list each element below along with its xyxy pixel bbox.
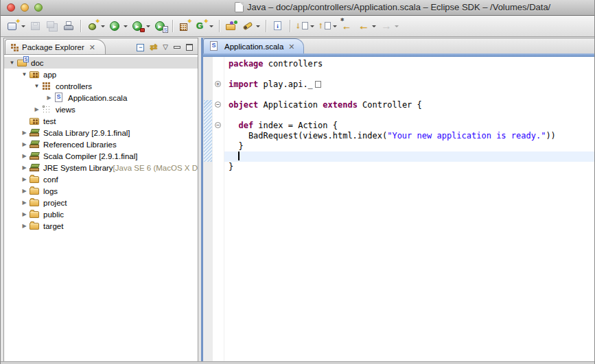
save-button[interactable] xyxy=(27,18,44,34)
dropdown-arrow-icon[interactable] xyxy=(395,25,399,29)
expanded-arrow-icon[interactable]: ▼ xyxy=(8,60,16,66)
fold-collapse-icon[interactable]: − xyxy=(215,101,221,108)
new-class-button[interactable] xyxy=(193,18,215,34)
dropdown-arrow-icon[interactable] xyxy=(333,25,337,29)
show-source-info-button[interactable] xyxy=(270,18,286,34)
dropdown-arrow-icon[interactable] xyxy=(372,25,376,29)
code-line-9[interactable]: } xyxy=(224,141,594,151)
tree-item-logs[interactable]: ▶logs xyxy=(4,185,198,197)
collapsed-arrow-icon[interactable]: ▶ xyxy=(20,130,29,136)
tree-item-views[interactable]: ▶views xyxy=(4,104,198,115)
library-icon xyxy=(29,162,40,173)
tree-item-application-scala[interactable]: ▶Application.scala xyxy=(4,92,198,104)
code-line-7[interactable]: def index = Action { xyxy=(224,121,594,131)
collapsed-arrow-icon[interactable]: ▶ xyxy=(20,153,29,159)
search-button[interactable] xyxy=(240,18,262,34)
dropdown-arrow-icon[interactable] xyxy=(21,25,25,29)
code-line-4[interactable] xyxy=(224,90,594,100)
run-scala-application-icon xyxy=(154,20,167,32)
run-external-tools-button[interactable] xyxy=(130,18,152,34)
tree-item-label: conf xyxy=(43,175,58,184)
tree-item-test[interactable]: test xyxy=(4,115,198,127)
new-package-button[interactable] xyxy=(176,18,193,34)
link-with-editor-icon[interactable]: ⇄ xyxy=(150,43,157,51)
toolbar-separator xyxy=(219,20,220,32)
fold-expand-icon[interactable]: + xyxy=(215,81,221,87)
code-line-2[interactable] xyxy=(224,69,594,80)
collapsed-arrow-icon[interactable]: ▶ xyxy=(20,211,29,217)
code-line-6[interactable] xyxy=(224,110,594,121)
editor-tab-application-scala[interactable]: Application.scala ✕ xyxy=(203,38,304,53)
run-scala-application-button[interactable] xyxy=(152,18,169,34)
collapsed-arrow-icon[interactable]: ▶ xyxy=(20,223,29,229)
collapsed-arrow-icon[interactable]: ▶ xyxy=(20,199,29,206)
debug-button[interactable] xyxy=(84,18,107,34)
dropdown-arrow-icon[interactable] xyxy=(101,25,105,29)
zoom-window-button[interactable] xyxy=(34,3,43,12)
collapsed-arrow-icon[interactable]: ▶ xyxy=(45,95,54,101)
code-line-10[interactable] xyxy=(224,151,594,162)
close-view-icon[interactable]: ✕ xyxy=(89,44,95,51)
expanded-arrow-icon[interactable]: ▼ xyxy=(20,71,29,77)
keyword-token: object xyxy=(229,100,258,110)
code-line-8[interactable]: BadRequest(views.html.index("Your new ap… xyxy=(224,131,594,141)
save-all-button[interactable] xyxy=(44,18,60,34)
folder-icon xyxy=(29,186,40,196)
expanded-arrow-icon[interactable]: ▼ xyxy=(32,83,41,89)
collapsed-arrow-icon[interactable]: ▶ xyxy=(32,106,41,112)
minimize-window-button[interactable] xyxy=(21,3,29,12)
collapsed-region-icon[interactable] xyxy=(315,81,321,88)
forward-button[interactable] xyxy=(378,18,401,34)
tree-item-scala-compiler-2-9-1-final[interactable]: ▶Scala Compiler [2.9.1.final] xyxy=(4,150,198,162)
tree-item-project[interactable]: ▶project xyxy=(4,197,198,208)
close-window-button[interactable] xyxy=(7,3,15,12)
next-annotation-button[interactable] xyxy=(294,18,316,34)
collapse-all-icon[interactable]: − xyxy=(137,44,144,51)
dropdown-arrow-icon[interactable] xyxy=(310,25,314,29)
save-all-icon xyxy=(46,20,58,32)
collapsed-arrow-icon[interactable]: ▶ xyxy=(20,141,29,147)
code-token: Controller { xyxy=(358,100,422,110)
dropdown-arrow-icon[interactable] xyxy=(146,25,150,29)
collapsed-arrow-icon[interactable]: ▶ xyxy=(20,176,29,182)
tree-item-public[interactable]: ▶public xyxy=(4,208,198,220)
code-line-11[interactable]: } xyxy=(224,162,594,172)
view-menu-icon[interactable]: ▽ xyxy=(163,44,168,51)
collapsed-arrow-icon[interactable]: ▶ xyxy=(20,165,29,171)
tree-item-app[interactable]: ▼app xyxy=(4,69,198,80)
tree-item-target[interactable]: ▶target xyxy=(4,220,198,232)
fold-collapse-icon[interactable]: − xyxy=(215,122,221,128)
dropdown-arrow-icon[interactable] xyxy=(124,25,128,29)
run-button[interactable] xyxy=(107,18,130,34)
tree-item-label: Scala Compiler [2.9.1.final] xyxy=(43,152,137,160)
tree-item-scala-library-2-9-1-final[interactable]: ▶Scala Library [2.9.1.final] xyxy=(4,127,198,138)
tree-item-jre-system-library[interactable]: ▶JRE System Library [Java SE 6 (MacOS X … xyxy=(4,162,198,173)
close-editor-icon[interactable]: ✕ xyxy=(288,43,294,50)
tree-item-controllers[interactable]: ▼controllers xyxy=(4,80,198,92)
tree-item-label: test xyxy=(43,117,56,125)
dropdown-arrow-icon[interactable] xyxy=(256,25,260,29)
code-line-5[interactable]: object Application extends Controller { xyxy=(224,100,594,110)
new-class-icon xyxy=(195,20,207,32)
last-edit-location-button[interactable] xyxy=(339,18,355,34)
back-button[interactable] xyxy=(355,18,378,34)
new-wizard-button[interactable] xyxy=(5,18,27,34)
collapsed-arrow-icon[interactable]: ▶ xyxy=(20,188,29,194)
tree-item-label: project xyxy=(43,199,67,207)
open-type-button[interactable] xyxy=(223,18,240,34)
code-line-1[interactable]: package controllers xyxy=(224,59,594,69)
tree-item-referenced-libraries[interactable]: ▶Referenced Libraries xyxy=(4,138,198,150)
keyword-token: package xyxy=(229,59,264,69)
dropdown-arrow-icon[interactable] xyxy=(209,25,213,29)
code-line-3[interactable]: import play.api._ xyxy=(224,80,594,90)
document-proxy-icon xyxy=(235,2,244,12)
back-icon xyxy=(358,20,370,32)
tree-item-doc[interactable]: ▼doc xyxy=(4,57,198,69)
package-explorer-tab[interactable]: Package Explorer ✕ xyxy=(5,39,106,54)
tree-item-conf[interactable]: ▶conf xyxy=(4,173,198,185)
minimize-icon[interactable] xyxy=(174,46,180,49)
maximize-icon[interactable] xyxy=(186,44,193,51)
code-editor[interactable]: package controllersimport play.api._obje… xyxy=(224,57,594,362)
previous-annotation-button[interactable] xyxy=(316,18,339,34)
print-button[interactable] xyxy=(60,18,77,34)
